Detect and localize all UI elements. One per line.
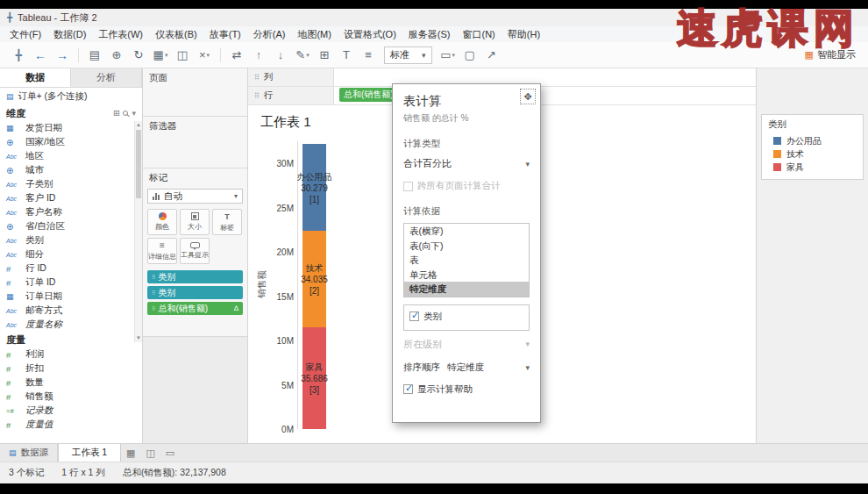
menu-item-window[interactable]: 窗口(N) bbox=[457, 28, 502, 41]
title-bar: ╋ Tableau - 工作簿 2 bbox=[0, 9, 868, 26]
show-me-button[interactable]: ▦ 智能显示 bbox=[805, 48, 859, 61]
filters-card[interactable]: 筛选器 bbox=[143, 117, 247, 168]
view-mode-select[interactable]: 标准 ▾ bbox=[384, 47, 432, 64]
data-pane-tabs: 数据 分析 bbox=[0, 68, 142, 88]
menu-item-format[interactable]: 设置格式(O) bbox=[338, 28, 402, 41]
undo-icon[interactable]: ← bbox=[31, 46, 50, 65]
tooltip-button[interactable]: 工具提示 bbox=[180, 238, 210, 264]
category-checkbox[interactable]: 类别 bbox=[409, 311, 523, 323]
refresh-icon[interactable]: ↻ bbox=[129, 46, 148, 65]
datasource-tab[interactable]: ▤ 数据源 bbox=[0, 444, 58, 462]
dimension-row[interactable]: 细分 bbox=[0, 247, 142, 261]
field-label: 发货日期 bbox=[25, 122, 62, 134]
pill-category-label[interactable]: ⠿ 类别 bbox=[147, 286, 243, 299]
dimension-row[interactable]: 客户 ID bbox=[0, 191, 142, 205]
menu-item-data[interactable]: 数据(D) bbox=[47, 28, 92, 41]
mark-label: 家具 35.686 [3] bbox=[288, 362, 342, 396]
bar-segment-technology[interactable]: 技术 34.035 [2] bbox=[302, 231, 326, 328]
dimension-row[interactable]: 城市 bbox=[0, 163, 142, 177]
dimension-row[interactable]: 国家/地区 bbox=[0, 135, 142, 149]
measure-row[interactable]: 利润 bbox=[0, 347, 142, 362]
new-worksheet-icon[interactable]: ▦ bbox=[121, 444, 140, 462]
option-table-down[interactable]: 表(向下) bbox=[404, 239, 529, 254]
new-worksheet-icon[interactable]: ▦▾ bbox=[151, 46, 170, 65]
pages-card[interactable]: 页面 bbox=[143, 68, 247, 117]
add-datasource-icon[interactable]: ⊕ bbox=[107, 46, 126, 65]
menu-item-story[interactable]: 故事(T) bbox=[203, 28, 247, 41]
show-mark-labels-icon[interactable]: T bbox=[337, 46, 356, 65]
new-dashboard-icon[interactable]: ◫ bbox=[140, 444, 160, 462]
sort-ascending-icon[interactable]: ↑ bbox=[249, 46, 268, 65]
new-story-icon[interactable]: ▭ bbox=[160, 444, 180, 462]
checkbox-label: 类别 bbox=[423, 311, 442, 323]
dimension-row[interactable]: 度量名称 bbox=[0, 318, 142, 332]
dimension-row[interactable]: 邮寄方式 bbox=[0, 304, 142, 318]
move-handle-icon[interactable]: ✥ bbox=[520, 89, 536, 104]
duplicate-sheet-icon[interactable]: ◫ bbox=[173, 46, 192, 65]
option-table[interactable]: 表 bbox=[404, 253, 529, 268]
dimension-row[interactable]: 订单 ID bbox=[0, 276, 142, 290]
dimension-row[interactable]: 地区 bbox=[0, 149, 142, 163]
menu-item-file[interactable]: 文件(F) bbox=[4, 28, 47, 41]
legend-item[interactable]: 技术 bbox=[768, 147, 857, 161]
swap-rows-columns-icon[interactable]: ⇄ bbox=[227, 46, 246, 65]
scroll-up-icon[interactable]: ▲ bbox=[135, 121, 142, 129]
color-button[interactable]: 颜色 bbox=[147, 209, 177, 235]
mark-type-dropdown[interactable]: 自动 ▾ bbox=[147, 189, 243, 204]
legend-item[interactable]: 办公用品 bbox=[768, 134, 857, 147]
bar-segment-office-supplies[interactable]: 办公用品 30.279 [1] bbox=[302, 144, 326, 230]
sort-order-dropdown[interactable]: 排序顺序 特定维度 ▾ bbox=[403, 362, 530, 374]
sort-descending-icon[interactable]: ↓ bbox=[271, 46, 290, 65]
detail-button[interactable]: ≡详细信息 bbox=[147, 238, 177, 264]
measure-row[interactable]: 记录数 bbox=[0, 404, 142, 418]
menu-item-map[interactable]: 地图(M) bbox=[291, 28, 338, 41]
menu-item-analysis[interactable]: 分析(A) bbox=[247, 28, 292, 41]
measure-row[interactable]: 折扣 bbox=[0, 362, 142, 376]
option-specific-dimensions[interactable]: 特定维度 bbox=[404, 282, 529, 297]
presentation-mode-icon[interactable]: ▢ bbox=[460, 46, 480, 65]
menu-item-dashboard[interactable]: 仪表板(B) bbox=[149, 28, 203, 41]
legend-item[interactable]: 家具 bbox=[768, 161, 857, 174]
option-table-across[interactable]: 表(横穿) bbox=[404, 224, 529, 239]
measure-row[interactable]: 数量 bbox=[0, 376, 142, 390]
datasource-item[interactable]: ▤ 订单+ (多个连接) bbox=[0, 88, 142, 105]
menu-item-help[interactable]: 帮助(H) bbox=[502, 28, 546, 41]
calc-type-dropdown[interactable]: 合计百分比 ▾ bbox=[403, 157, 530, 170]
highlight-icon[interactable]: ✎▾ bbox=[293, 46, 312, 65]
sheet-tab-worksheet-1[interactable]: 工作表 1 bbox=[58, 444, 121, 462]
option-cell[interactable]: 单元格 bbox=[404, 268, 529, 283]
dimension-row[interactable]: 订单日期 bbox=[0, 290, 142, 304]
show-cards-icon[interactable]: ▭▾ bbox=[438, 46, 458, 65]
dimension-row[interactable]: 发货日期 bbox=[0, 121, 142, 135]
size-button[interactable]: 大小 bbox=[180, 209, 210, 235]
redo-icon[interactable]: → bbox=[53, 46, 72, 65]
pill-category-color[interactable]: ⠿ 类别 bbox=[147, 270, 243, 283]
scrollbar[interactable]: ▲ ▼ bbox=[134, 121, 142, 342]
measure-row[interactable]: 销售额 bbox=[0, 390, 142, 404]
share-icon[interactable]: ↗ bbox=[482, 46, 502, 65]
chevron-down-icon[interactable]: ▾ bbox=[132, 109, 136, 118]
view-data-icon[interactable]: ⊞ bbox=[113, 109, 120, 118]
clear-sheet-icon[interactable]: ×▾ bbox=[195, 46, 214, 65]
label-button[interactable]: T标签 bbox=[212, 209, 242, 235]
tab-data[interactable]: 数据 bbox=[0, 68, 71, 87]
menu-item-worksheet[interactable]: 工作表(W) bbox=[92, 28, 149, 41]
group-members-icon[interactable]: ⊞ bbox=[315, 46, 334, 65]
tab-analytics[interactable]: 分析 bbox=[71, 68, 142, 87]
save-icon[interactable]: ▤ bbox=[85, 46, 104, 65]
pill-sum-sales[interactable]: ⠿ 总和(销售额) ∆ bbox=[147, 302, 243, 315]
measure-row[interactable]: 度量值 bbox=[0, 418, 142, 432]
search-icon[interactable] bbox=[123, 111, 128, 116]
scrollbar-thumb[interactable] bbox=[136, 130, 141, 198]
scroll-down-icon[interactable]: ▼ bbox=[135, 334, 142, 342]
dimension-row[interactable]: 子类别 bbox=[0, 177, 142, 191]
menu-item-server[interactable]: 服务器(S) bbox=[402, 28, 457, 41]
globe-icon bbox=[6, 138, 23, 147]
dimension-row[interactable]: 类别 bbox=[0, 233, 142, 247]
bar-segment-furniture[interactable]: 家具 35.686 [3] bbox=[302, 327, 326, 429]
dimension-row[interactable]: 行 ID bbox=[0, 261, 142, 276]
dimension-row[interactable]: 客户名称 bbox=[0, 205, 142, 219]
dimension-row[interactable]: 省/自治区 bbox=[0, 219, 142, 233]
show-help-checkbox[interactable]: 显示计算帮助 bbox=[403, 383, 530, 396]
fix-axes-icon[interactable]: ≡ bbox=[359, 46, 378, 65]
